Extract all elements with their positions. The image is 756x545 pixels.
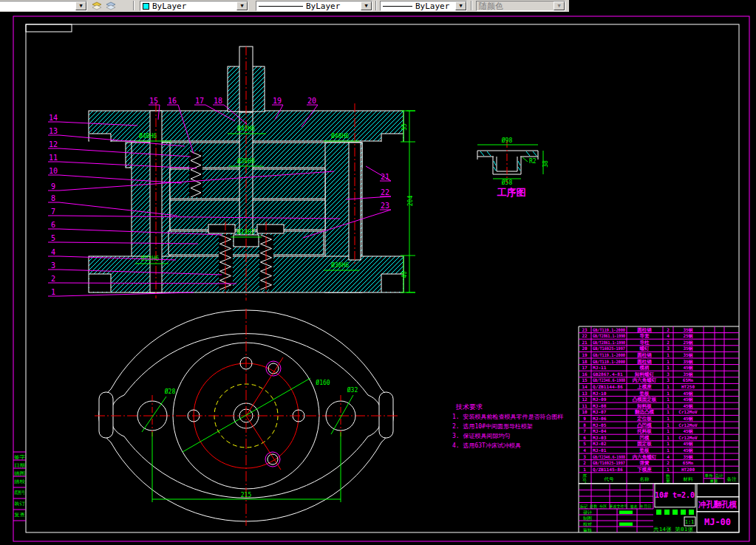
- drawing-canvas[interactable]: Ø40H6Ø42H6Ø48H6Ø36H8Ø14H7Ø23H6Ø38H635204…: [0, 0, 756, 545]
- callout-number: 9: [51, 182, 55, 191]
- callout-number: 19: [273, 97, 282, 105]
- bom-cell-code: GB/T119.1-2000: [593, 359, 625, 364]
- bom-cell-no: 17: [582, 365, 588, 370]
- note-item: 3. 保证模具间隙均匀: [452, 433, 510, 439]
- dim-label: Ø98: [502, 137, 513, 144]
- bom-header: 总计: [715, 473, 724, 478]
- lineweight-combo[interactable]: ByLayer ▼: [380, 1, 467, 11]
- tb-stage-block: [672, 510, 678, 515]
- bom-cell-no: 18: [582, 359, 588, 364]
- hatched-part: [248, 169, 325, 199]
- bom-cell-material: 35钢: [683, 359, 692, 365]
- callout-number: 23: [381, 202, 389, 210]
- callout-number: 17: [195, 97, 204, 105]
- bom-cell-material: HT250: [681, 384, 695, 389]
- bom-cell-material: Cr12MoV: [678, 409, 698, 414]
- dim-label: Ø38H6: [331, 261, 349, 269]
- tb-stage-block: [664, 510, 670, 515]
- bom-cell-material: HT200: [681, 467, 695, 472]
- bom-cell-no: 5: [583, 441, 586, 446]
- bom-cell-code: MJ-04: [593, 428, 607, 433]
- bom-header: 备注: [727, 476, 738, 482]
- bom-cell-qty: 4: [667, 454, 670, 459]
- strip-label: 签字: [14, 454, 25, 459]
- bom-cell-no: 23: [582, 327, 588, 332]
- chevron-down-icon[interactable]: ▼: [361, 1, 372, 10]
- bom-cell-code: Q/ZB1144-86: [593, 384, 623, 389]
- dim-label: R2: [529, 158, 537, 165]
- bom-cell-no: 4: [583, 448, 586, 453]
- dim-label: Ø36H8: [237, 157, 255, 165]
- color-swatch: [143, 3, 149, 10]
- lineweight-combo-value: ByLayer: [415, 1, 449, 11]
- bom-cell-code: Q/ZB1145-86: [593, 467, 623, 472]
- process-view-title: 工序图: [497, 187, 526, 198]
- bom-cell-name: 定位板: [636, 416, 652, 422]
- bom-cell-qty: 1: [667, 441, 670, 446]
- bom-cell-material: 35钢: [683, 346, 692, 352]
- chevron-down-icon[interactable]: ▼: [455, 1, 466, 10]
- callout-number: 18: [214, 97, 222, 105]
- tb-scale: 1:1: [685, 519, 695, 525]
- bom-cell-code: MJ-03: [593, 435, 607, 440]
- color-combo[interactable]: ByLayer ▼: [140, 1, 248, 11]
- bom-cell-material: 45钢: [683, 448, 692, 453]
- bom-cell-code: MJ-09: [593, 397, 607, 402]
- bom-cell-material: 25钢: [683, 333, 692, 339]
- signature-mark: [619, 511, 633, 515]
- dim-label: 215: [241, 492, 252, 498]
- note-item: 2. 选用10#中间圆形导柱模架: [452, 423, 533, 430]
- callout-number: 22: [381, 188, 389, 196]
- tb-sign-label: 设计: [583, 510, 592, 515]
- bom-cell-material: 45钢: [683, 365, 692, 371]
- dim-label: 38: [542, 160, 549, 168]
- bom-cell-code: MJ-10: [593, 391, 607, 396]
- bom-cell-no: 9: [583, 416, 586, 421]
- bom-cell-no: 10: [582, 409, 588, 414]
- layer-combo[interactable]: ▼: [0, 1, 87, 11]
- bom-cell-name: 弹簧: [640, 460, 650, 466]
- callout-number: 16: [168, 97, 177, 105]
- dim-label: Ø23H6: [141, 255, 159, 262]
- bom-cell-code: GB/T2861.1-1990: [593, 333, 625, 338]
- bom-cell-qty: 3: [667, 377, 670, 383]
- bom-cell-material: 35钢: [683, 327, 692, 333]
- bom-cell-code: GB/T119.1-2000: [593, 327, 625, 332]
- bom-cell-qty: 1: [667, 352, 670, 357]
- dim-label: Ø28: [165, 388, 176, 395]
- strip-label: 描图: [14, 470, 25, 476]
- tb-stage-block: [681, 510, 686, 515]
- bom-cell-qty: 1: [667, 384, 670, 389]
- layer-previous-button[interactable]: [104, 1, 117, 11]
- bom-cell-no: 20: [582, 346, 588, 351]
- chevron-down-icon[interactable]: ▼: [75, 1, 86, 10]
- bom-cell-material: 45钢: [683, 403, 692, 409]
- bom-cell-name: 托料板: [636, 428, 652, 434]
- bom-cell-no: 16: [582, 371, 588, 377]
- bom-cell-no: 12: [582, 397, 588, 402]
- linetype-combo-value: ByLayer: [306, 1, 340, 11]
- callout-number: 7: [51, 208, 55, 216]
- tb-sheet-info: 共14张 第01张: [653, 527, 693, 532]
- tb-material-spec: 10# t=2.0: [655, 491, 695, 499]
- die-step-left: [208, 224, 235, 233]
- dim-label: Ø160: [316, 379, 330, 386]
- bom-cell-qty: 2: [667, 327, 670, 332]
- chevron-down-icon[interactable]: ▼: [236, 1, 248, 10]
- dim-label: Ø32: [347, 386, 358, 394]
- bom-cell-name: 凸凹模: [637, 422, 652, 428]
- bom-cell-code: MJ-06: [593, 416, 607, 421]
- plate-notch: [381, 134, 403, 142]
- bom-cell-material: Cr12MoV: [678, 422, 698, 428]
- bom-header: 代号: [604, 476, 615, 482]
- bom-cell-no: 8: [583, 422, 586, 428]
- bom-cell-name: 垫板: [639, 448, 650, 453]
- bom-cell-no: 6: [583, 435, 586, 440]
- make-layer-current-button[interactable]: [90, 1, 103, 11]
- bom-cell-name: 上模座: [637, 384, 652, 390]
- callout-number: 6: [51, 221, 55, 229]
- bom-cell-no: 3: [583, 454, 586, 459]
- linetype-combo[interactable]: ByLayer ▼: [256, 1, 372, 11]
- callout-number: 13: [49, 127, 58, 135]
- bom-cell-qty: 1: [667, 467, 670, 472]
